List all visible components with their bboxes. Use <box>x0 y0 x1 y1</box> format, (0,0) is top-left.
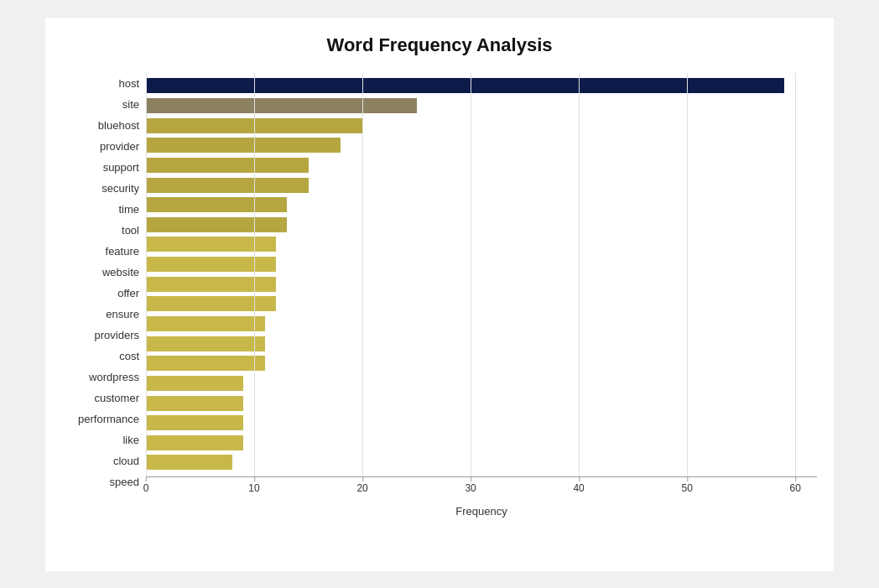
bar-row <box>146 96 817 115</box>
bar <box>146 376 243 391</box>
grid-line <box>471 73 471 476</box>
y-label: site <box>122 99 139 110</box>
bar <box>146 158 309 173</box>
y-label: like <box>122 434 139 445</box>
y-label: time <box>118 204 139 215</box>
chart-area: hostsitebluehostprovidersupportsecurityt… <box>62 73 817 518</box>
bar-row <box>146 453 817 471</box>
bar <box>146 396 243 411</box>
grid-line <box>579 73 580 476</box>
x-tick: 0 <box>143 477 149 494</box>
bars-and-x: 0102030405060 Frequency <box>146 73 817 518</box>
grid-line <box>687 73 688 476</box>
grid-line <box>795 73 796 476</box>
bar-row <box>146 354 817 372</box>
y-label: offer <box>117 288 139 299</box>
bar-row <box>146 195 817 214</box>
bar-row <box>146 117 817 135</box>
bar <box>146 197 287 212</box>
bar <box>146 277 276 292</box>
bar-row <box>146 176 817 195</box>
bar <box>146 415 243 430</box>
y-label: ensure <box>106 309 139 320</box>
bar <box>146 98 417 113</box>
y-label: support <box>103 162 139 173</box>
y-label: provider <box>100 141 139 152</box>
bar <box>146 138 341 153</box>
y-label: bluehost <box>98 120 139 131</box>
x-tick: 30 <box>465 477 476 494</box>
y-labels: hostsitebluehostprovidersupportsecurityt… <box>62 73 146 518</box>
y-label: security <box>101 183 139 194</box>
y-label: performance <box>78 414 139 424</box>
bars-grid <box>146 73 817 476</box>
y-label: customer <box>95 393 139 403</box>
y-label: cost <box>119 351 139 362</box>
y-label: feature <box>106 246 139 257</box>
bar <box>146 336 265 351</box>
bar-row <box>146 315 817 333</box>
bar-row <box>146 414 817 432</box>
chart-container: Word Frequency Analysis hostsitebluehost… <box>45 18 834 571</box>
y-label: cloud <box>113 455 139 466</box>
bar <box>146 455 232 470</box>
bar <box>146 178 309 193</box>
y-label: speed <box>110 476 139 487</box>
bar <box>146 356 265 371</box>
bar <box>146 217 287 232</box>
x-axis: 0102030405060 <box>146 476 817 502</box>
bar-row <box>146 275 817 294</box>
bar-row <box>146 294 817 313</box>
x-axis-label: Frequency <box>146 505 817 518</box>
bar-row <box>146 255 817 273</box>
bar-row <box>146 235 817 253</box>
x-tick: 10 <box>248 477 259 494</box>
bar-row <box>146 136 817 154</box>
y-label: host <box>118 78 139 89</box>
grid-line <box>146 73 147 476</box>
grid-line <box>362 73 363 476</box>
chart-title: Word Frequency Analysis <box>62 34 817 56</box>
x-tick: 40 <box>573 477 584 494</box>
x-tick: 20 <box>356 477 367 494</box>
bar <box>146 316 265 331</box>
bar-row <box>146 394 817 413</box>
bar <box>146 296 276 311</box>
grid-line <box>254 73 255 476</box>
bar-row <box>146 156 817 174</box>
bar <box>146 78 784 93</box>
bar <box>146 435 243 450</box>
y-label: website <box>102 267 139 278</box>
x-tick: 60 <box>790 477 801 494</box>
bar <box>146 237 276 252</box>
y-label: providers <box>95 330 139 341</box>
y-label: tool <box>122 225 139 236</box>
bar-row <box>146 335 817 353</box>
bar-row <box>146 216 817 234</box>
bar-row <box>146 76 817 95</box>
y-label: wordpress <box>89 372 139 382</box>
bar <box>146 257 276 272</box>
x-tick: 50 <box>681 477 692 494</box>
bar-row <box>146 434 817 452</box>
bar-row <box>146 374 817 393</box>
